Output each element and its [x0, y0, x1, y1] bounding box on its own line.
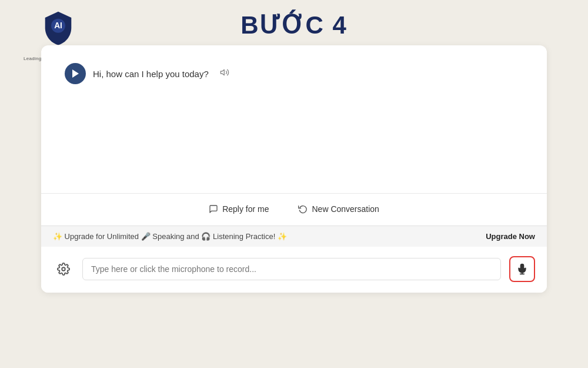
- main-card: Hi, how can I help you today? Reply for …: [41, 45, 547, 293]
- svg-text:AI: AI: [55, 21, 63, 30]
- upgrade-now-button[interactable]: Upgrade Now: [486, 232, 535, 241]
- microphone-icon: [516, 263, 528, 275]
- chat-area: Hi, how can I help you today?: [41, 45, 547, 193]
- gear-icon: [57, 263, 70, 276]
- reply-icon: [209, 204, 218, 214]
- chat-bubble: Hi, how can I help you today?: [93, 69, 209, 79]
- reply-for-me-button[interactable]: Reply for me: [203, 202, 275, 216]
- settings-button[interactable]: [53, 258, 74, 280]
- play-icon: [71, 69, 79, 78]
- upgrade-banner: ✨ Upgrade for Unlimited 🎤 Speaking and 🎧…: [41, 226, 547, 247]
- mic-button[interactable]: [509, 256, 535, 282]
- upgrade-banner-text: ✨ Upgrade for Unlimited 🎤 Speaking and 🎧…: [53, 232, 287, 241]
- svg-point-3: [62, 267, 65, 271]
- new-conversation-label: New Conversation: [312, 204, 379, 214]
- header: AI AIFIRST Leading AI · Leading Tomorrow…: [0, 0, 588, 45]
- play-button[interactable]: [65, 63, 86, 84]
- refresh-icon: [298, 204, 308, 214]
- logo-icon: AI: [41, 11, 76, 46]
- reply-label: Reply for me: [222, 204, 269, 214]
- message-input[interactable]: [82, 258, 501, 280]
- input-row: [41, 247, 547, 293]
- page-title: BƯỚC 4: [240, 11, 348, 39]
- chat-message: Hi, how can I help you today?: [65, 63, 523, 84]
- volume-icon[interactable]: [219, 68, 230, 79]
- action-bar: Reply for me New Conversation: [41, 193, 547, 226]
- new-conversation-button[interactable]: New Conversation: [292, 202, 385, 216]
- svg-marker-2: [220, 69, 224, 75]
